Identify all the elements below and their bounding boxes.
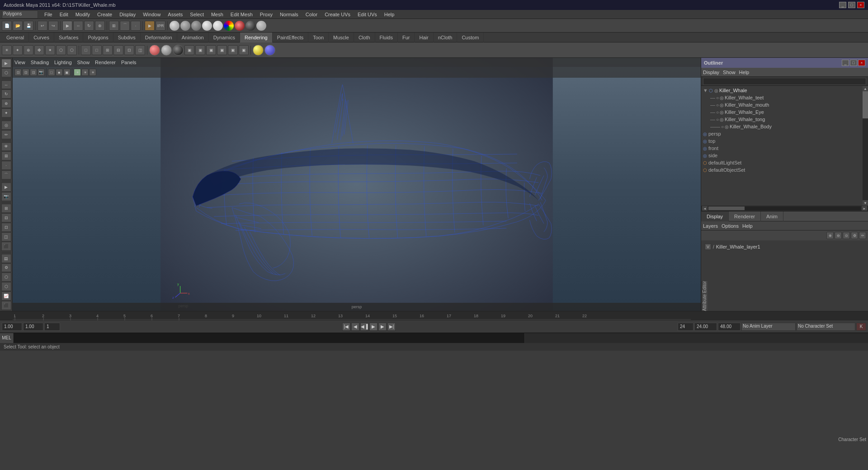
sphere-default[interactable] [170,21,179,31]
layout4[interactable]: ⬛ [1,242,11,251]
outliner-menu-display[interactable]: Display [703,70,719,75]
cb-menu-layers[interactable]: Layers [703,223,718,229]
cmd-lang-label[interactable]: MEL [0,333,14,343]
hscroll-thumb[interactable] [708,207,745,210]
tb-save[interactable]: 💾 [24,21,33,31]
shelf-icon-3[interactable]: ⊕ [24,45,33,55]
anim-layer-dropdown[interactable]: No Anim Layer [741,323,796,331]
outliner-scrollbar[interactable]: ▲ ▼ [863,86,868,206]
hscroll-track[interactable] [708,207,861,210]
shelf-icon-10[interactable]: ⊞ [103,45,113,55]
mode-dropdown[interactable]: Polygons [2,10,38,19]
outliner-search[interactable] [703,78,866,85]
vp-menu-lighting[interactable]: Lighting [54,60,72,65]
scroll-track[interactable] [863,91,868,200]
menu-window[interactable]: Window [142,12,161,17]
quad-view[interactable]: ⊞ [1,204,11,213]
outliner-item-teeth[interactable]: — ○ ◎ Killer_Whale_teet [701,94,863,101]
sphere-wire[interactable] [191,21,201,31]
menu-assets[interactable]: Assets [167,12,184,17]
cb-tab-renderer[interactable]: Renderer [729,212,761,221]
outliner-item-objectset[interactable]: ⬡ defaultObjectSet [701,166,863,174]
go-end[interactable]: ▶| [387,323,396,331]
shelf-tab-painteffects[interactable]: PaintEffects [273,33,309,42]
move-tool[interactable]: ↔ [1,80,11,89]
attribute-editor-strip[interactable]: Attribute Editor [701,281,708,311]
hscroll-right[interactable]: ► [862,206,867,211]
vp-menu-panels[interactable]: Panels [121,60,137,65]
outliner-menu-show[interactable]: Show [723,70,736,75]
menu-proxy[interactable]: Proxy [259,12,274,17]
shelf-icon-8[interactable]: □ [81,45,91,55]
cb-icon-5[interactable]: ✏ [859,232,866,239]
viewport[interactable]: View Shading Lighting Show Renderer Pane… [13,58,701,311]
select-tool[interactable]: ▶ [1,59,11,68]
scroll-down[interactable]: ▼ [863,200,868,206]
step-back[interactable]: ◀ [351,323,359,331]
layer-visibility[interactable]: V [705,244,711,250]
snap-pt[interactable]: · [1,161,11,170]
step-field[interactable]: 1.00 [23,323,43,331]
shelf-icon-9[interactable]: □ [92,45,102,55]
shelf-tab-ncloth[interactable]: nCloth [434,33,458,42]
menu-edit-mesh[interactable]: Edit Mesh [230,12,254,17]
vp-tb-cam[interactable]: 📷 [38,69,45,76]
graph-editor[interactable]: 📈 [1,291,11,301]
outliner-item-body[interactable]: —— ○ ◎ Killer_Whale_Body [701,123,863,130]
scroll-thumb[interactable] [863,91,868,118]
end-frame[interactable]: 24 [678,323,693,331]
shelf-icon-4[interactable]: ✤ [34,45,44,55]
current-frame[interactable]: 1 [44,323,60,331]
vp-tb-solid[interactable]: ■ [56,69,63,76]
outliner-item-top[interactable]: ◎ top [701,137,863,145]
outliner-item-mouth[interactable]: — ○ ◎ Killer_Whale_mouth [701,101,863,108]
paint-sphere[interactable] [253,45,264,56]
vp-tb-light3[interactable]: ☀ [89,69,96,76]
vp-menu-view[interactable]: View [14,60,25,65]
outliner-item-tong[interactable]: — ○ ◎ Killer_Whale_tong [701,116,863,123]
outliner-menu-help[interactable]: Help [739,70,750,75]
shelf-tab-muscle[interactable]: Muscle [329,33,354,42]
vp-tb-1[interactable]: ⊡ [14,69,22,76]
paint-select[interactable]: ⬡ [1,68,11,77]
shelf-icon-1[interactable]: ☀ [2,45,12,55]
cb-tab-anim[interactable]: Anim [761,212,783,221]
outliner-item-eye[interactable]: — ○ ◎ Killer_Whale_Eye [701,108,863,116]
tb-redo[interactable]: ↪ [48,21,58,31]
shelf-tab-custom[interactable]: Custom [457,33,484,42]
vp-tb-light1[interactable]: ☀ [74,69,81,76]
range-start[interactable]: 24.00 [694,323,717,331]
shelf-tab-fur[interactable]: Fur [398,33,415,42]
outliner-maximize[interactable]: □ [850,60,857,66]
outliner-item-persp[interactable]: ◎ persp [701,130,863,137]
vp-menu-shading[interactable]: Shading [31,60,49,65]
layout1[interactable]: ⊟ [1,213,11,222]
cb-menu-help[interactable]: Help [742,223,753,229]
tb-render[interactable]: ▶ [145,21,155,31]
shelf-icon-7[interactable]: ⬡ [67,45,77,55]
shelf-icon-6[interactable]: ⬡ [56,45,66,55]
snap-surf[interactable]: ⌒ [1,170,11,179]
step-fwd[interactable]: ▶ [378,323,387,331]
outliner-minimize[interactable]: _ [842,60,849,66]
minimize-button[interactable]: _ [839,2,846,8]
menu-file[interactable]: File [43,12,53,17]
play-fwd[interactable]: ▶ [369,323,377,331]
color-sphere[interactable] [149,45,160,56]
shelf-icon-13[interactable]: ◫ [135,45,145,55]
menu-select[interactable]: Select [189,12,205,17]
vp-menu-renderer[interactable]: Renderer [95,60,116,65]
cb-menu-options[interactable]: Options [722,223,739,229]
play-back[interactable]: ◀▐ [360,323,368,331]
shelf-tab-animation[interactable]: Animation [177,33,209,42]
character-set-dropdown[interactable]: No Character Set [797,323,855,331]
vp-tb-light2[interactable]: ☀ [81,69,89,76]
menu-color[interactable]: Color [305,12,318,17]
shelf-tab-curves[interactable]: Curves [29,33,54,42]
shelf-tab-general[interactable]: General [2,33,29,42]
shelf-tab-polygons[interactable]: Polygons [83,33,113,42]
vp-menu-show[interactable]: Show [77,60,90,65]
gray-sphere[interactable] [161,45,172,56]
sphere-color[interactable] [224,21,234,31]
scale-tool[interactable]: ⊕ [1,99,11,108]
